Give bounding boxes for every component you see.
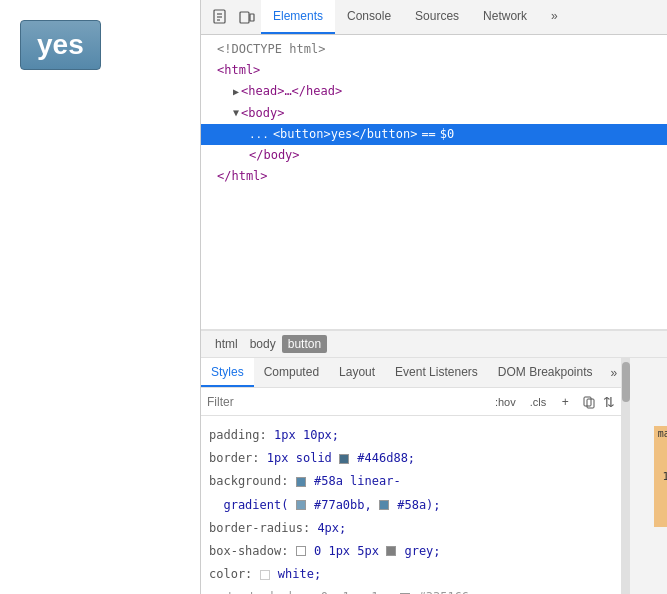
panel-tabs: Styles Computed Layout Event Listeners D…: [201, 358, 621, 388]
color-swatch-grad2[interactable]: [379, 500, 389, 510]
tree-line-html-close[interactable]: </html>: [201, 166, 667, 187]
panel-tab-more[interactable]: »: [607, 358, 622, 387]
style-rule-1: padding: 1px 10px; border: 1px solid #44…: [201, 420, 621, 594]
styles-panel: Styles Computed Layout Event Listeners D…: [201, 358, 622, 594]
tab-console[interactable]: Console: [335, 0, 403, 34]
device-toggle-icon[interactable]: [235, 5, 259, 29]
color-swatch-bg[interactable]: [296, 477, 306, 487]
dollar-zero: $0: [440, 125, 454, 144]
button-element-text: <button>yes</button>: [273, 125, 418, 144]
files-icon[interactable]: [579, 392, 599, 412]
tab-styles[interactable]: Styles: [201, 358, 254, 387]
tab-event-listeners[interactable]: Event Listeners: [385, 358, 488, 387]
tree-line-head[interactable]: ▶ <head>…</head>: [201, 81, 667, 102]
add-style-icon[interactable]: +: [555, 392, 575, 412]
devtools-tab-bar: Elements Console Sources Network »: [261, 0, 570, 34]
html-tag: <html>: [217, 61, 260, 80]
ellipsis-marker: ...: [249, 126, 269, 144]
breadcrumb-body[interactable]: body: [244, 335, 282, 353]
doctype-text: <!DOCTYPE html>: [217, 40, 325, 59]
equals-sign: ==: [421, 125, 435, 144]
scrollbar-thumb[interactable]: [622, 362, 630, 402]
margin-left-val[interactable]: 1: [656, 426, 667, 527]
breadcrumb-html[interactable]: html: [209, 335, 244, 353]
tree-line-doctype[interactable]: <!DOCTYPE html>: [201, 39, 667, 60]
style-border[interactable]: border: 1px solid #446d88;: [201, 447, 621, 470]
box-model-container: margin - - 1 - border 1 1 1 1: [630, 358, 667, 594]
tab-more[interactable]: »: [539, 0, 570, 34]
tab-dom-breakpoints[interactable]: DOM Breakpoints: [488, 358, 603, 387]
body-close-tag: </body>: [249, 146, 300, 165]
tree-line-body-close[interactable]: </body>: [201, 145, 667, 166]
style-gradient[interactable]: gradient( #77a0bb, #58a);: [201, 494, 621, 517]
box-model: margin - - 1 - border 1 1 1 1: [654, 426, 667, 527]
tree-line-html[interactable]: <html>: [201, 60, 667, 81]
tree-line-button[interactable]: ... <button>yes</button> == $0: [201, 124, 667, 145]
breadcrumb-button[interactable]: button: [282, 335, 327, 353]
tab-network[interactable]: Network: [471, 0, 539, 34]
style-background[interactable]: background: #58a linear-: [201, 470, 621, 493]
html-tree: <!DOCTYPE html> <html> ▶ <head>…</head> …: [201, 35, 667, 330]
color-swatch-color[interactable]: [260, 570, 270, 580]
scrollbar[interactable]: [622, 358, 630, 594]
tab-layout[interactable]: Layout: [329, 358, 385, 387]
inspect-icon[interactable]: [209, 5, 233, 29]
color-swatch-grad1[interactable]: [296, 500, 306, 510]
tree-line-body-open[interactable]: ▼ <body>: [201, 103, 667, 124]
webpage-preview: yes: [0, 0, 200, 594]
styles-content: padding: 1px 10px; border: 1px solid #44…: [201, 416, 621, 594]
body-tag: <body>: [241, 104, 284, 123]
tab-computed[interactable]: Computed: [254, 358, 329, 387]
devtools-toolbar: Elements Console Sources Network » ⋮ ✕: [201, 0, 667, 35]
margin-box: margin - - 1 - border 1 1 1 1: [654, 426, 667, 527]
color-swatch-border[interactable]: [339, 454, 349, 464]
expand-head-icon[interactable]: ▶: [233, 84, 239, 100]
svg-rect-5: [250, 14, 254, 21]
styles-filter-input[interactable]: [207, 395, 486, 409]
tab-elements[interactable]: Elements: [261, 0, 335, 34]
html-close-tag: </html>: [217, 167, 268, 186]
devtools-panel: Elements Console Sources Network » ⋮ ✕ <…: [200, 0, 667, 594]
style-color[interactable]: color: white;: [201, 563, 621, 586]
color-swatch-shadow[interactable]: [296, 546, 306, 556]
style-box-shadow[interactable]: box-shadow: 0 1px 5px grey;: [201, 540, 621, 563]
box-model-panel: margin - - 1 - border 1 1 1 1: [630, 358, 667, 594]
style-text-shadow[interactable]: ⚠ text-shadow: 0 -1px 1px #335166;: [201, 586, 621, 594]
hov-button[interactable]: :hov: [490, 394, 521, 410]
preview-button[interactable]: yes: [20, 20, 101, 70]
bottom-panel: Styles Computed Layout Event Listeners D…: [201, 358, 667, 594]
breadcrumb-bar: html body button: [201, 330, 667, 358]
scroll-icon[interactable]: ⇅: [603, 394, 615, 410]
style-border-radius[interactable]: border-radius: 4px;: [201, 517, 621, 540]
collapse-body-icon[interactable]: ▼: [233, 105, 239, 121]
cls-button[interactable]: .cls: [525, 394, 552, 410]
style-padding[interactable]: padding: 1px 10px;: [201, 424, 621, 447]
head-tag: <head>…</head>: [241, 82, 342, 101]
tab-sources[interactable]: Sources: [403, 0, 471, 34]
color-swatch-grey[interactable]: [386, 546, 396, 556]
styles-filter-bar: :hov .cls + ⇅: [201, 388, 621, 416]
svg-rect-4: [240, 12, 249, 23]
